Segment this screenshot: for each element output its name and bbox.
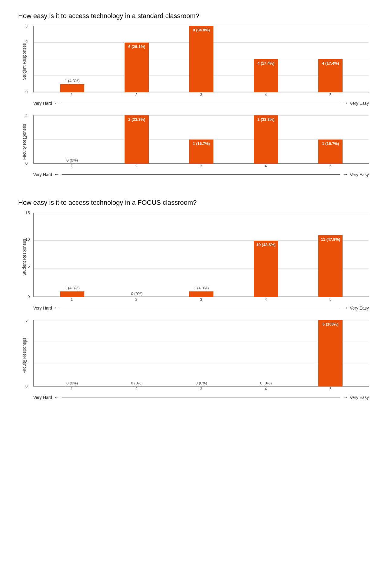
bar-group: 10 (43.5%) xyxy=(254,239,278,297)
y-tick: 0 xyxy=(25,384,28,388)
bar-group: 0 (0%) xyxy=(254,381,278,387)
bar-group: 8 (34.8%) xyxy=(189,25,213,92)
bar: 6 (100%) xyxy=(318,320,343,387)
x-tick: 2 xyxy=(124,164,148,168)
axis-label-right: →Very Easy xyxy=(343,100,369,106)
bar-group: 1 (16.7%) xyxy=(189,138,213,164)
x-tick: 1 xyxy=(60,164,84,168)
bar-group: 0 (0%) xyxy=(60,158,84,164)
bar-group: 11 (47.8%) xyxy=(318,234,343,297)
axis-labels: Very Hard←→Very Easy xyxy=(33,171,369,178)
y-tick: 8 xyxy=(25,24,28,28)
bar-label-outside: 0 (0%) xyxy=(196,381,207,385)
bar-group: 0 (0%) xyxy=(125,291,149,297)
bar-label-inner: 4 (17.4%) xyxy=(318,61,343,66)
bar xyxy=(189,291,213,297)
very-hard-label: Very Hard xyxy=(33,395,52,400)
x-tick: 4 xyxy=(254,297,278,302)
very-easy-label: Very Easy xyxy=(350,395,369,400)
bar-group: 0 (0%) xyxy=(125,381,149,387)
bar-label-inner: 8 (34.8%) xyxy=(189,28,213,32)
axis-labels: Very Hard←→Very Easy xyxy=(33,305,369,311)
section-title: How easy is it to access technology in a… xyxy=(18,199,369,207)
bar-group: 6 (100%) xyxy=(318,319,343,387)
bar-group: 2 (33.3%) xyxy=(254,114,278,164)
axis-label-right: →Very Easy xyxy=(343,305,369,311)
x-tick: 3 xyxy=(189,297,213,302)
y-axis-label: Faculty Responses xyxy=(18,115,30,168)
bar-group: 4 (17.4%) xyxy=(254,58,278,92)
axis-label-left: Very Hard← xyxy=(33,100,59,106)
y-tick: 6 xyxy=(25,40,28,43)
left-arrow-icon: ← xyxy=(54,100,59,106)
x-tick: 3 xyxy=(189,387,213,391)
axis-labels: Very Hard←→Very Easy xyxy=(33,100,369,106)
very-hard-label: Very Hard xyxy=(33,101,52,106)
bar-label-outside: 0 (0%) xyxy=(131,381,142,385)
axis-label-left: Very Hard← xyxy=(33,305,59,311)
y-tick: 0 xyxy=(25,294,30,298)
bar-group: 4 (17.4%) xyxy=(318,58,343,92)
right-arrow-icon: → xyxy=(343,171,348,178)
x-tick: 5 xyxy=(318,297,343,302)
right-arrow-icon: → xyxy=(343,394,348,400)
bar-label-outside: 1 (4.3%) xyxy=(65,286,80,290)
left-arrow-icon: ← xyxy=(54,394,59,400)
x-tick: 2 xyxy=(124,92,148,97)
x-tick: 4 xyxy=(254,92,278,97)
y-tick: 6 xyxy=(25,318,28,322)
bar: 11 (47.8%) xyxy=(318,235,343,297)
x-tick: 1 xyxy=(60,297,84,302)
bar: 2 (33.3%) xyxy=(125,115,149,164)
y-axis-label: Student Responses xyxy=(18,26,30,97)
bar: 6 (26.1%) xyxy=(125,43,149,92)
chart2-faculty: Faculty Responses64200 (0%)0 (0%)0 (0%)0… xyxy=(18,320,369,391)
right-arrow-icon: → xyxy=(343,305,348,311)
y-tick: 2 xyxy=(25,114,28,117)
bar-group: 0 (0%) xyxy=(189,381,213,387)
bar-label-inner: 11 (47.8%) xyxy=(318,237,343,242)
bar: 1 (16.7%) xyxy=(189,140,213,164)
axis-label-left: Very Hard← xyxy=(33,171,59,178)
axis-labels: Very Hard←→Very Easy xyxy=(33,394,369,400)
y-tick: 2 xyxy=(25,359,28,363)
very-hard-label: Very Hard xyxy=(33,306,52,310)
x-tick: 5 xyxy=(318,92,343,97)
y-tick: 0 xyxy=(25,90,28,94)
y-tick: 10 xyxy=(25,237,30,241)
bar-label-inner: 2 (33.3%) xyxy=(125,117,149,122)
bar-label-inner: 6 (100%) xyxy=(318,322,343,326)
axis-label-right: →Very Easy xyxy=(343,394,369,400)
bar-label-outside: 1 (4.3%) xyxy=(65,79,80,83)
y-tick: 5 xyxy=(25,264,30,268)
bar-label-outside: 1 (4.3%) xyxy=(194,286,209,290)
bar-label-inner: 10 (43.5%) xyxy=(254,243,278,247)
y-axis-label: Faculty Responses xyxy=(18,320,30,391)
y-tick: 4 xyxy=(25,339,28,343)
bar: 1 (16.7%) xyxy=(318,140,343,164)
bar-group: 2 (33.3%) xyxy=(125,114,149,164)
x-tick: 5 xyxy=(318,387,343,391)
x-tick: 2 xyxy=(124,387,148,391)
bar-group: 0 (0%) xyxy=(60,381,84,387)
left-arrow-icon: ← xyxy=(54,171,59,178)
right-arrow-icon: → xyxy=(343,100,348,106)
chart1-faculty: Faculty Responses2100 (0%)2 (33.3%)1 (16… xyxy=(18,115,369,168)
bar-group: 1 (4.3%) xyxy=(60,286,84,297)
bar-label-outside: 0 (0%) xyxy=(67,381,78,385)
y-tick: 2 xyxy=(25,70,28,74)
chart1-student: Student Responses864201 (4.3%)6 (26.1%)8… xyxy=(18,26,369,97)
very-easy-label: Very Easy xyxy=(350,101,369,106)
bar-label-inner: 6 (26.1%) xyxy=(125,44,149,49)
bar-label-outside: 0 (0%) xyxy=(67,158,78,162)
y-tick: 0 xyxy=(25,161,28,165)
very-hard-label: Very Hard xyxy=(33,172,52,177)
x-tick: 1 xyxy=(60,387,84,391)
bar: 8 (34.8%) xyxy=(189,26,213,92)
x-tick: 4 xyxy=(254,387,278,391)
x-tick: 2 xyxy=(124,297,148,302)
x-tick: 1 xyxy=(60,92,84,97)
bar: 4 (17.4%) xyxy=(254,59,278,92)
x-tick: 4 xyxy=(254,164,278,168)
app: How easy is it to access technology in a… xyxy=(18,12,369,400)
